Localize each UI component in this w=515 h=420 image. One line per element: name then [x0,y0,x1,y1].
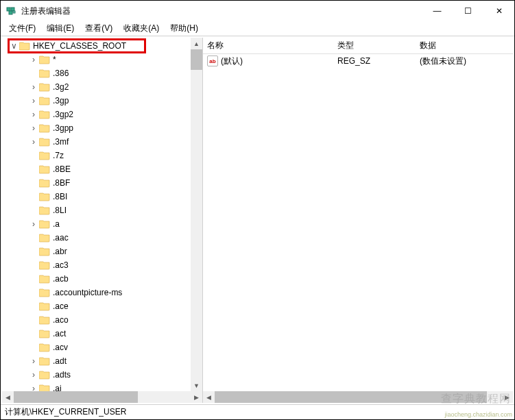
expander-icon[interactable]: › [29,82,38,92]
tree-node[interactable]: ›.3g2 [2,80,202,94]
tree-root-row[interactable]: ∨HKEY_CLASSES_ROOT [2,39,202,53]
tree-body[interactable]: ∨HKEY_CLASSES_ROOT›*.386›.3g2›.3gp›.3gp2… [2,38,202,391]
expander-icon[interactable]: › [29,219,38,229]
tree-horizontal-scrollbar[interactable]: ◀ ▶ [2,391,202,403]
expander-icon[interactable]: › [29,137,38,147]
menu-help[interactable]: 帮助(H) [165,21,204,36]
expander-icon[interactable]: › [29,96,38,106]
folder-icon [39,288,50,297]
close-button[interactable]: ✕ [483,1,514,21]
folder-icon [39,164,50,174]
status-path: 计算机\HKEY_CURRENT_USER [5,406,126,418]
tree-node[interactable]: ›.3gp [2,94,202,108]
tree-pane: ∨HKEY_CLASSES_ROOT›*.386›.3g2›.3gp›.3gp2… [2,38,203,403]
tree-node[interactable]: .aac [2,231,202,245]
expander-icon[interactable]: › [29,356,38,366]
tree-node-label: .acb [53,274,69,284]
tree-node[interactable]: ›.ai [2,382,202,391]
scroll-up-icon[interactable]: ▲ [191,38,202,49]
folder-icon [39,110,50,119]
expander-icon[interactable]: › [29,384,38,391]
scroll-left-icon[interactable]: ◀ [203,391,215,403]
folder-icon [39,192,50,201]
list-body[interactable]: ab(默认)REG_SZ(数值未设置) [203,54,513,391]
tree-node[interactable]: .abr [2,245,202,258]
tree-node-label: * [53,55,56,64]
tree-node[interactable]: .8BF [2,176,202,190]
tree-node[interactable]: .8LI [2,203,202,217]
tree-node-label: .8LI [53,206,67,215]
menu-file[interactable]: 文件(F) [3,21,41,36]
expander-icon[interactable]: › [29,370,38,380]
tree-node[interactable]: .aco [2,313,202,327]
folder-icon [39,329,50,338]
maximize-button[interactable]: ☐ [453,1,483,21]
folder-icon [39,301,50,311]
tree-node-label: .aco [53,315,69,325]
tree-node[interactable]: .8BE [2,162,202,176]
tree-node-label: .3g2 [53,82,69,92]
value-type: REG_SZ [333,56,416,66]
tree-node[interactable]: .386 [2,66,202,80]
folder-icon [39,384,50,391]
tree-node[interactable]: ›.3gpp [2,121,202,135]
tree-node[interactable]: .acv [2,341,202,354]
folder-icon [39,55,50,64]
tree-vertical-scrollbar[interactable]: ▲ ▼ [191,38,202,391]
scroll-left-icon[interactable]: ◀ [2,391,14,403]
folder-icon [39,137,50,147]
tree-node[interactable]: ›* [2,53,202,66]
folder-icon [39,123,50,133]
tree-node-label: .8BE [53,164,71,174]
expander-icon[interactable]: ∨ [10,41,18,51]
tree-node[interactable]: ›.a [2,217,202,231]
tree-node[interactable]: .act [2,327,202,341]
tree-node[interactable]: .acb [2,272,202,286]
tree-node[interactable]: ›.adt [2,354,202,368]
tree-node[interactable]: ›.adts [2,368,202,382]
tree-node[interactable]: .ac3 [2,258,202,272]
tree-node[interactable]: .7z [2,149,202,162]
folder-icon [39,233,50,243]
tree-node-label: .3gpp [53,123,73,133]
expander-icon[interactable]: › [29,110,38,119]
tree-node-label: .accountpicture-ms [53,288,122,297]
svg-rect-0 [7,8,10,11]
tree-node[interactable]: .accountpicture-ms [2,286,202,299]
tree-node[interactable]: ›.3gp2 [2,108,202,121]
tree-node[interactable]: .ace [2,299,202,313]
svg-rect-1 [11,8,14,11]
folder-icon [39,315,50,325]
folder-icon [39,69,50,78]
string-value-icon: ab [207,55,218,66]
menu-edit[interactable]: 编辑(E) [41,21,80,36]
list-pane: 名称 类型 数据 ab(默认)REG_SZ(数值未设置) ◀ ▶ [203,38,513,403]
scroll-thumb[interactable] [14,391,138,403]
column-header-type[interactable]: 类型 [333,40,416,51]
column-header-data[interactable]: 数据 [416,40,513,51]
tree-node-label: .8BF [53,178,70,188]
expander-icon[interactable]: › [29,55,38,64]
tree-node-label: .aac [53,233,69,243]
tree-node-label: .act [53,329,66,338]
minimize-button[interactable]: — [422,1,453,21]
menu-favorites[interactable]: 收藏夹(A) [118,21,165,36]
scroll-down-icon[interactable]: ▼ [191,380,202,391]
window-title: 注册表编辑器 [21,5,422,17]
folder-icon [39,343,50,352]
value-row[interactable]: ab(默认)REG_SZ(数值未设置) [203,54,513,68]
tree-node-label: .acv [53,343,68,352]
folder-icon [39,178,50,188]
scroll-right-icon[interactable]: ▶ [191,391,202,403]
menu-view[interactable]: 查看(V) [80,21,118,36]
folder-icon [39,247,50,256]
column-header-name[interactable]: 名称 [203,40,333,51]
scroll-thumb[interactable] [191,49,202,70]
tree-node[interactable]: .8BI [2,190,202,203]
expander-icon[interactable]: › [29,123,38,133]
tree-node-label: .ac3 [53,260,69,270]
folder-icon [39,356,50,366]
tree-node[interactable]: ›.3mf [2,135,202,149]
statusbar: 计算机\HKEY_CURRENT_USER [1,404,514,419]
tree-node-label: .3gp [53,96,69,106]
